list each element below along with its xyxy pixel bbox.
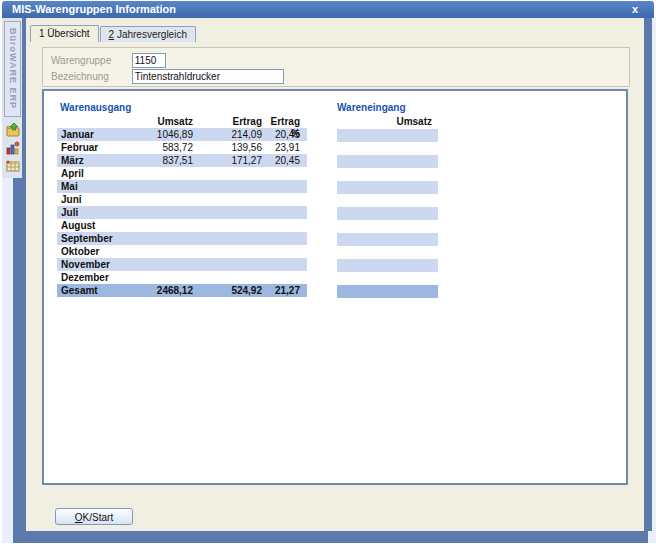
umsatz-value: [134, 271, 193, 284]
titlebar: MIS-Warengruppen Information x: [2, 1, 654, 18]
bezeichnung-label: Bezeichnung: [51, 69, 129, 84]
ertrag-pct-value: [262, 245, 300, 258]
warengruppe-label: Warengruppe: [51, 53, 129, 68]
bezeichnung-field[interactable]: [132, 69, 284, 84]
ertrag-pct-value: [262, 167, 300, 180]
ertrag-pct-value: [262, 193, 300, 206]
umsatz-value: [134, 167, 193, 180]
wareneingang-row: [337, 168, 438, 181]
wareneingang-total-row: [337, 285, 438, 298]
month-label: Februar: [57, 141, 134, 154]
month-label: April: [57, 167, 134, 180]
ertrag-pct-value: 23,91: [262, 141, 300, 154]
table-row: Februar 583,72 139,56 23,91: [57, 141, 307, 154]
warenausgang-rows: Januar 1046,89 214,09 20,45 Februar 583,…: [57, 128, 307, 297]
ertrag-pct-value: [262, 232, 300, 245]
warenausgang-table: Umsatz Ertrag Ertrag % Januar 1046,89 21…: [57, 116, 307, 297]
frame-right-strip: [644, 18, 652, 531]
close-icon[interactable]: x: [628, 1, 642, 18]
month-label: September: [57, 232, 134, 245]
umsatz-value: 1046,89: [134, 128, 193, 141]
ertrag-value: 139,56: [193, 141, 262, 154]
month-label: Oktober: [57, 245, 134, 258]
table-row: April: [57, 167, 307, 180]
brand-label: BüroWARE ERP: [8, 28, 18, 109]
dialog-content: 1 Übersicht 2 Jahresvergleich Warengrupp…: [26, 18, 644, 531]
col-ertrag-pct: Ertrag %: [262, 116, 300, 128]
ertrag-pct-value: [262, 206, 300, 219]
ertrag-pct-value: 21,27: [262, 284, 300, 297]
wareneingang-row: [337, 129, 438, 142]
table-icon[interactable]: [5, 158, 21, 174]
umsatz-value: [134, 206, 193, 219]
frame-corner-right: [648, 531, 654, 543]
tab-jahresvergleich[interactable]: 2 Jahresvergleich: [100, 26, 196, 42]
tab-uebersicht[interactable]: 1 Übersicht: [30, 25, 99, 42]
wareneingang-title: Wareneingang: [337, 102, 406, 113]
month-label: Juli: [57, 206, 134, 219]
wareneingang-table: Umsatz: [337, 116, 438, 298]
sidebar: BüroWARE ERP: [2, 18, 22, 178]
ertrag-value: [193, 206, 262, 219]
wareneingang-row: [337, 181, 438, 194]
ertrag-pct-value: [262, 258, 300, 271]
ertrag-value: 214,09: [193, 128, 262, 141]
month-label: Januar: [57, 128, 134, 141]
wareneingang-row: [337, 194, 438, 207]
frame-right-edge: [652, 18, 656, 543]
warengruppe-field[interactable]: [132, 53, 166, 68]
warenausgang-title: Warenausgang: [60, 102, 131, 113]
umsatz-value: [134, 180, 193, 193]
ok-start-button[interactable]: OK/Start: [55, 508, 133, 525]
wareneingang-row: [337, 246, 438, 259]
header-groupbox: Warengruppe Bezeichnung: [42, 47, 630, 87]
table-row: Januar 1046,89 214,09 20,45: [57, 128, 307, 141]
total-row: Gesamt 2468,12 524,92 21,27: [57, 284, 307, 297]
ertrag-value: [193, 258, 262, 271]
umsatz-value: [134, 232, 193, 245]
ertrag-pct-value: [262, 180, 300, 193]
month-label: Gesamt: [57, 284, 134, 297]
wareneingang-rows: [337, 129, 438, 298]
col-umsatz-right: Umsatz: [337, 116, 438, 128]
month-label: Juni: [57, 193, 134, 206]
month-label: März: [57, 154, 134, 167]
umsatz-value: [134, 219, 193, 232]
wareneingang-row: [337, 142, 438, 155]
table-row: Dezember: [57, 271, 307, 284]
table-row: November: [57, 258, 307, 271]
warenausgang-header-row: Umsatz Ertrag Ertrag %: [57, 116, 307, 128]
report-area: Warenausgang Wareneingang Umsatz Ertrag …: [42, 89, 628, 485]
month-label: Mai: [57, 180, 134, 193]
umsatz-value: [134, 193, 193, 206]
wareneingang-row: [337, 220, 438, 233]
wareneingang-row: [337, 259, 438, 272]
month-label: November: [57, 258, 134, 271]
ertrag-value: [193, 219, 262, 232]
ertrag-value: [193, 167, 262, 180]
tab-bar: 1 Übersicht 2 Jahresvergleich: [30, 26, 196, 42]
table-row: Juli: [57, 206, 307, 219]
umsatz-value: 583,72: [134, 141, 193, 154]
wareneingang-row: [337, 233, 438, 246]
window-title: MIS-Warengruppen Information: [2, 1, 654, 18]
ertrag-value: [193, 245, 262, 258]
ertrag-value: [193, 271, 262, 284]
ertrag-value: 171,27: [193, 154, 262, 167]
umsatz-value: [134, 258, 193, 271]
wareneingang-row: [337, 207, 438, 220]
table-row: März 837,51 171,27 20,45: [57, 154, 307, 167]
table-row: August: [57, 219, 307, 232]
month-label: August: [57, 219, 134, 232]
table-row: Oktober: [57, 245, 307, 258]
ertrag-value: [193, 180, 262, 193]
mis-warengruppen-window: MIS-Warengruppen Information x BüroWARE …: [0, 0, 656, 548]
frame-corner-left: [2, 531, 13, 543]
frame-bottom-bar: [13, 531, 648, 543]
umsatz-value: 837,51: [134, 154, 193, 167]
ertrag-value: [193, 232, 262, 245]
open-folder-icon[interactable]: [5, 122, 21, 138]
table-row: Mai: [57, 180, 307, 193]
ertrag-pct-value: 20,45: [262, 128, 300, 141]
chart-icon[interactable]: [5, 140, 21, 156]
